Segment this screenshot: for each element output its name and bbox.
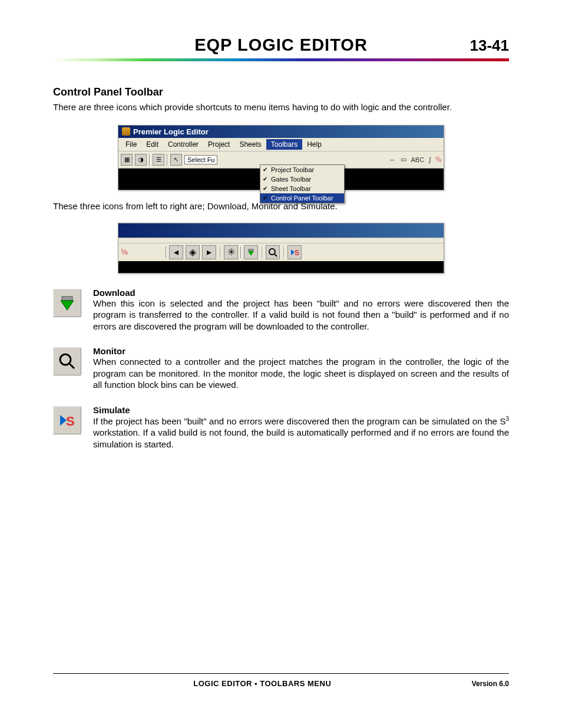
- svg-rect-0: [248, 249, 254, 251]
- svg-marker-7: [61, 301, 74, 310]
- def-title-simulate: Simulate: [93, 405, 509, 415]
- figure2-toolbar: ⁵⁄₆ ◂ ◈ ▸ ✳ S: [118, 243, 444, 261]
- figure2-bluebar: [118, 223, 444, 238]
- def-text-download: When this icon is selected and the proje…: [93, 298, 509, 332]
- toolbar-row: ▦ ◑ ☰ ↖ Select Fu Project Toolbar Gates …: [118, 151, 444, 169]
- download-icon[interactable]: [244, 245, 258, 259]
- def-title-monitor: Monitor: [93, 346, 509, 356]
- svg-point-8: [60, 354, 71, 365]
- menu-controller[interactable]: Controller: [163, 139, 203, 150]
- separator: [167, 154, 168, 166]
- monitor-icon: [53, 347, 81, 375]
- svg-marker-1: [248, 251, 254, 256]
- menu-toolbars[interactable]: Toolbars: [266, 139, 302, 150]
- def-title-download: Download: [93, 288, 509, 298]
- simulate-icon: S: [53, 406, 81, 434]
- menu-file[interactable]: File: [121, 139, 141, 150]
- icon-sheet-mark[interactable]: ⁵⁄₆: [121, 248, 128, 256]
- page-number: 13-41: [470, 37, 510, 55]
- icon-arrow-left-right[interactable]: ↔: [389, 156, 396, 163]
- figure2-graybar: [118, 238, 444, 243]
- toolbars-dropdown[interactable]: Project Toolbar Gates Toolbar Sheet Tool…: [260, 164, 345, 203]
- icon-abc[interactable]: ABC: [411, 156, 425, 163]
- footer-center: LOGIC EDITOR • TOOLBARS MENU: [53, 679, 472, 688]
- snap-grid-icon[interactable]: ✳: [224, 245, 238, 259]
- download-icon: [53, 289, 81, 317]
- simulate-icon[interactable]: S: [287, 245, 302, 259]
- def-row-simulate: S Simulate If the project has been "buil…: [53, 405, 509, 450]
- page-footer: LOGIC EDITOR • TOOLBARS MENU Version 6.0: [53, 679, 509, 688]
- icon-box[interactable]: ▭: [401, 156, 406, 163]
- nav-next-icon[interactable]: ▸: [202, 245, 216, 259]
- svg-rect-6: [62, 297, 72, 301]
- dropdown-item-sheet[interactable]: Sheet Toolbar: [260, 184, 344, 193]
- figure-app-window: Premier Logic Editor File Edit Controlle…: [118, 125, 444, 190]
- page-header: EQP LOGIC EDITOR 13-41: [53, 35, 509, 57]
- footer-rule: [53, 673, 509, 674]
- figure2-black: [118, 261, 444, 273]
- menu-project[interactable]: Project: [203, 139, 234, 150]
- svg-text:S: S: [295, 249, 299, 257]
- svg-line-9: [70, 364, 74, 368]
- intro-text: There are three icons which provide shor…: [53, 102, 509, 113]
- separator: [262, 246, 262, 258]
- toolbar-icon-3[interactable]: ☰: [153, 154, 164, 166]
- svg-line-3: [275, 254, 277, 256]
- separator: [240, 246, 242, 258]
- toolbar-icon-2[interactable]: ◑: [135, 154, 147, 166]
- window-title: Premier Logic Editor: [133, 127, 209, 136]
- toolbar-icon-1[interactable]: ▦: [121, 154, 133, 166]
- menu-bar[interactable]: File Edit Controller Project Sheets Tool…: [118, 138, 444, 151]
- def-text-monitor: When connected to a controller and the p…: [93, 356, 509, 391]
- menu-sheets[interactable]: Sheets: [234, 139, 266, 150]
- separator: [283, 246, 284, 258]
- def-row-monitor: Monitor When connected to a controller a…: [53, 346, 509, 391]
- svg-point-2: [269, 249, 275, 255]
- separator: [149, 154, 150, 166]
- icon-sheet-mark[interactable]: ⁵⁄₆: [435, 156, 441, 163]
- dropdown-item-gates[interactable]: Gates Toolbar: [260, 174, 344, 184]
- separator: [166, 246, 167, 258]
- select-box[interactable]: Select Fu: [184, 155, 217, 164]
- menu-help[interactable]: Help: [302, 139, 326, 150]
- footer-version: Version 6.0: [472, 680, 509, 688]
- app-icon: [122, 127, 130, 136]
- dropdown-item-control-panel[interactable]: Control Panel Toolbar: [260, 193, 344, 203]
- svg-text:S: S: [66, 414, 75, 429]
- separator: [220, 246, 220, 258]
- dropdown-item-project[interactable]: Project Toolbar: [260, 165, 344, 174]
- section-title: Control Panel Toolbar: [53, 86, 509, 98]
- icon-curve[interactable]: ∫: [429, 156, 431, 163]
- def-text-simulate: If the project has been "built" and no e…: [93, 415, 509, 450]
- monitor-icon[interactable]: [266, 245, 280, 259]
- nav-cube-icon[interactable]: ◈: [186, 245, 200, 259]
- page-title: EQP LOGIC EDITOR: [53, 35, 509, 55]
- cursor-icon[interactable]: ↖: [170, 154, 182, 166]
- header-rule: [53, 58, 509, 61]
- menu-edit[interactable]: Edit: [141, 139, 163, 150]
- def-row-download: Download When this icon is selected and …: [53, 288, 509, 332]
- window-titlebar: Premier Logic Editor: [118, 126, 444, 138]
- figure-toolbar-strip: ⁵⁄₆ ◂ ◈ ▸ ✳ S: [118, 223, 444, 274]
- toolbar-right-group: ↔ ▭ ABC ∫ ⁵⁄₆: [389, 156, 441, 163]
- nav-prev-icon[interactable]: ◂: [169, 245, 183, 259]
